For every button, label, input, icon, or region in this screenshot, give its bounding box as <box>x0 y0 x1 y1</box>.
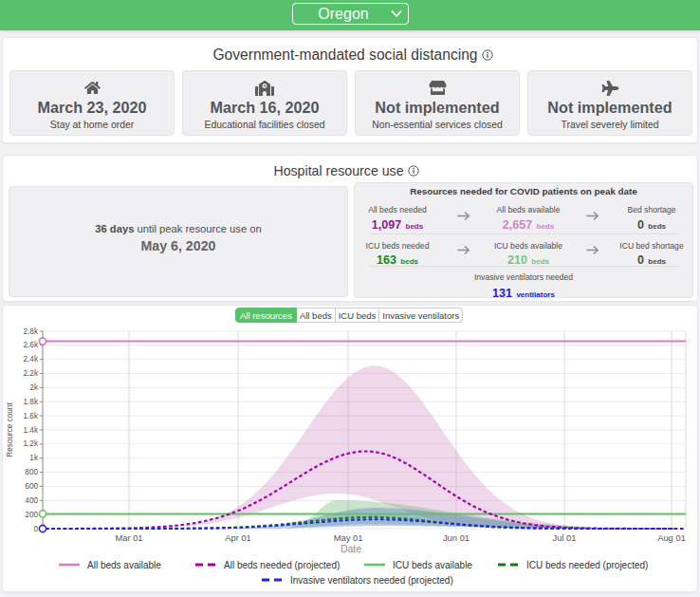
svg-text:2.6k: 2.6k <box>24 341 39 349</box>
svg-text:May 01: May 01 <box>334 532 363 543</box>
svg-text:2.4k: 2.4k <box>24 355 39 364</box>
svg-text:1k: 1k <box>29 454 39 462</box>
svg-text:Date: Date <box>341 543 361 554</box>
svg-text:600: 600 <box>25 482 38 491</box>
svg-text:1.8k: 1.8k <box>24 398 39 406</box>
svg-text:2.2k: 2.2k <box>24 369 39 378</box>
svg-text:400: 400 <box>25 496 38 505</box>
svg-text:800: 800 <box>25 468 38 476</box>
svg-text:0: 0 <box>33 525 38 533</box>
svg-text:Jul 01: Jul 01 <box>552 532 576 543</box>
svg-text:1.6k: 1.6k <box>24 412 39 420</box>
svg-text:200: 200 <box>25 511 38 519</box>
svg-text:Jun 01: Jun 01 <box>443 532 470 543</box>
svg-text:2.8k: 2.8k <box>24 327 39 336</box>
svg-text:1.2k: 1.2k <box>24 439 39 448</box>
svg-text:Mar 01: Mar 01 <box>115 532 142 543</box>
svg-text:1.4k: 1.4k <box>24 426 39 435</box>
svg-text:2k: 2k <box>29 383 39 392</box>
svg-text:Resource count: Resource count <box>6 402 14 457</box>
svg-text:Aug 01: Aug 01 <box>657 532 686 543</box>
svg-text:Apr 01: Apr 01 <box>225 532 251 543</box>
